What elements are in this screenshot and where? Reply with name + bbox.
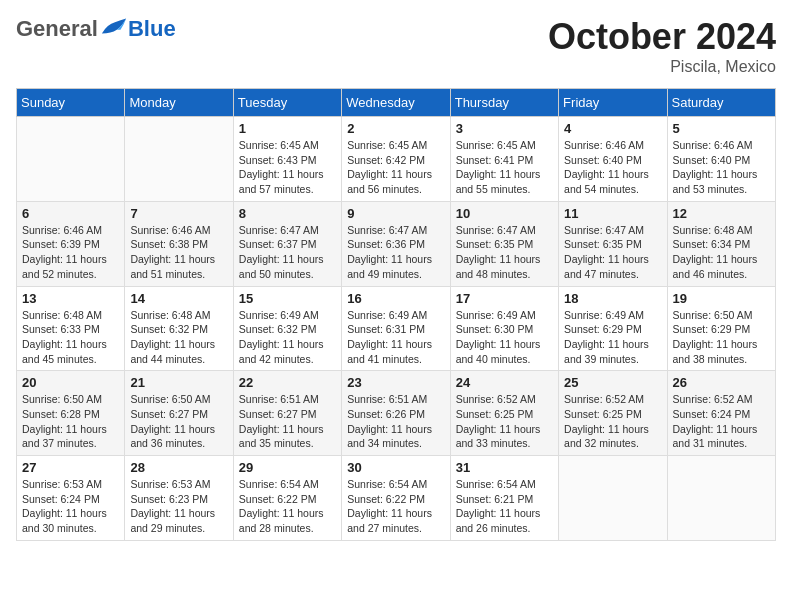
day-cell: 29Sunrise: 6:54 AM Sunset: 6:22 PM Dayli… — [233, 456, 341, 541]
logo: General Blue — [16, 16, 176, 42]
day-number: 12 — [673, 206, 770, 221]
day-cell: 8Sunrise: 6:47 AM Sunset: 6:37 PM Daylig… — [233, 201, 341, 286]
day-info: Sunrise: 6:46 AM Sunset: 6:40 PM Dayligh… — [673, 138, 770, 197]
day-cell: 9Sunrise: 6:47 AM Sunset: 6:36 PM Daylig… — [342, 201, 450, 286]
day-cell: 13Sunrise: 6:48 AM Sunset: 6:33 PM Dayli… — [17, 286, 125, 371]
day-cell: 1Sunrise: 6:45 AM Sunset: 6:43 PM Daylig… — [233, 117, 341, 202]
day-info: Sunrise: 6:53 AM Sunset: 6:23 PM Dayligh… — [130, 477, 227, 536]
logo-blue-text: Blue — [128, 16, 176, 42]
day-number: 4 — [564, 121, 661, 136]
column-header-friday: Friday — [559, 89, 667, 117]
day-info: Sunrise: 6:50 AM Sunset: 6:28 PM Dayligh… — [22, 392, 119, 451]
column-header-wednesday: Wednesday — [342, 89, 450, 117]
calendar-header-row: SundayMondayTuesdayWednesdayThursdayFrid… — [17, 89, 776, 117]
week-row-4: 20Sunrise: 6:50 AM Sunset: 6:28 PM Dayli… — [17, 371, 776, 456]
day-info: Sunrise: 6:54 AM Sunset: 6:22 PM Dayligh… — [239, 477, 336, 536]
day-cell: 17Sunrise: 6:49 AM Sunset: 6:30 PM Dayli… — [450, 286, 558, 371]
day-number: 19 — [673, 291, 770, 306]
day-number: 21 — [130, 375, 227, 390]
day-number: 5 — [673, 121, 770, 136]
day-info: Sunrise: 6:46 AM Sunset: 6:40 PM Dayligh… — [564, 138, 661, 197]
week-row-2: 6Sunrise: 6:46 AM Sunset: 6:39 PM Daylig… — [17, 201, 776, 286]
day-cell: 10Sunrise: 6:47 AM Sunset: 6:35 PM Dayli… — [450, 201, 558, 286]
day-cell: 19Sunrise: 6:50 AM Sunset: 6:29 PM Dayli… — [667, 286, 775, 371]
day-info: Sunrise: 6:53 AM Sunset: 6:24 PM Dayligh… — [22, 477, 119, 536]
day-cell: 22Sunrise: 6:51 AM Sunset: 6:27 PM Dayli… — [233, 371, 341, 456]
day-info: Sunrise: 6:48 AM Sunset: 6:33 PM Dayligh… — [22, 308, 119, 367]
day-cell: 16Sunrise: 6:49 AM Sunset: 6:31 PM Dayli… — [342, 286, 450, 371]
day-cell — [667, 456, 775, 541]
day-number: 31 — [456, 460, 553, 475]
day-info: Sunrise: 6:46 AM Sunset: 6:39 PM Dayligh… — [22, 223, 119, 282]
day-cell: 21Sunrise: 6:50 AM Sunset: 6:27 PM Dayli… — [125, 371, 233, 456]
day-number: 11 — [564, 206, 661, 221]
day-cell: 28Sunrise: 6:53 AM Sunset: 6:23 PM Dayli… — [125, 456, 233, 541]
day-number: 10 — [456, 206, 553, 221]
day-info: Sunrise: 6:51 AM Sunset: 6:26 PM Dayligh… — [347, 392, 444, 451]
day-number: 30 — [347, 460, 444, 475]
day-info: Sunrise: 6:49 AM Sunset: 6:30 PM Dayligh… — [456, 308, 553, 367]
day-number: 22 — [239, 375, 336, 390]
day-cell — [17, 117, 125, 202]
day-number: 13 — [22, 291, 119, 306]
page-header: General Blue October 2024 Piscila, Mexic… — [16, 16, 776, 76]
week-row-5: 27Sunrise: 6:53 AM Sunset: 6:24 PM Dayli… — [17, 456, 776, 541]
day-number: 14 — [130, 291, 227, 306]
day-info: Sunrise: 6:49 AM Sunset: 6:29 PM Dayligh… — [564, 308, 661, 367]
logo-bird-icon — [100, 16, 128, 38]
column-header-monday: Monday — [125, 89, 233, 117]
day-info: Sunrise: 6:47 AM Sunset: 6:35 PM Dayligh… — [456, 223, 553, 282]
week-row-3: 13Sunrise: 6:48 AM Sunset: 6:33 PM Dayli… — [17, 286, 776, 371]
day-cell: 4Sunrise: 6:46 AM Sunset: 6:40 PM Daylig… — [559, 117, 667, 202]
column-header-sunday: Sunday — [17, 89, 125, 117]
day-number: 23 — [347, 375, 444, 390]
day-cell: 30Sunrise: 6:54 AM Sunset: 6:22 PM Dayli… — [342, 456, 450, 541]
day-cell: 14Sunrise: 6:48 AM Sunset: 6:32 PM Dayli… — [125, 286, 233, 371]
day-info: Sunrise: 6:54 AM Sunset: 6:21 PM Dayligh… — [456, 477, 553, 536]
day-cell: 6Sunrise: 6:46 AM Sunset: 6:39 PM Daylig… — [17, 201, 125, 286]
day-number: 27 — [22, 460, 119, 475]
day-cell: 23Sunrise: 6:51 AM Sunset: 6:26 PM Dayli… — [342, 371, 450, 456]
calendar-table: SundayMondayTuesdayWednesdayThursdayFrid… — [16, 88, 776, 541]
day-number: 16 — [347, 291, 444, 306]
location: Piscila, Mexico — [548, 58, 776, 76]
day-cell: 25Sunrise: 6:52 AM Sunset: 6:25 PM Dayli… — [559, 371, 667, 456]
day-number: 17 — [456, 291, 553, 306]
logo-general-text: General — [16, 16, 98, 42]
day-number: 6 — [22, 206, 119, 221]
day-info: Sunrise: 6:47 AM Sunset: 6:37 PM Dayligh… — [239, 223, 336, 282]
day-info: Sunrise: 6:50 AM Sunset: 6:29 PM Dayligh… — [673, 308, 770, 367]
day-info: Sunrise: 6:49 AM Sunset: 6:32 PM Dayligh… — [239, 308, 336, 367]
day-info: Sunrise: 6:45 AM Sunset: 6:43 PM Dayligh… — [239, 138, 336, 197]
day-number: 24 — [456, 375, 553, 390]
day-number: 26 — [673, 375, 770, 390]
day-cell: 7Sunrise: 6:46 AM Sunset: 6:38 PM Daylig… — [125, 201, 233, 286]
month-title: October 2024 — [548, 16, 776, 58]
day-cell — [559, 456, 667, 541]
day-info: Sunrise: 6:48 AM Sunset: 6:32 PM Dayligh… — [130, 308, 227, 367]
day-number: 8 — [239, 206, 336, 221]
day-info: Sunrise: 6:45 AM Sunset: 6:41 PM Dayligh… — [456, 138, 553, 197]
title-block: October 2024 Piscila, Mexico — [548, 16, 776, 76]
day-info: Sunrise: 6:45 AM Sunset: 6:42 PM Dayligh… — [347, 138, 444, 197]
day-cell: 12Sunrise: 6:48 AM Sunset: 6:34 PM Dayli… — [667, 201, 775, 286]
day-info: Sunrise: 6:52 AM Sunset: 6:25 PM Dayligh… — [456, 392, 553, 451]
day-cell: 31Sunrise: 6:54 AM Sunset: 6:21 PM Dayli… — [450, 456, 558, 541]
day-cell: 2Sunrise: 6:45 AM Sunset: 6:42 PM Daylig… — [342, 117, 450, 202]
day-number: 25 — [564, 375, 661, 390]
column-header-saturday: Saturday — [667, 89, 775, 117]
day-info: Sunrise: 6:54 AM Sunset: 6:22 PM Dayligh… — [347, 477, 444, 536]
day-cell: 3Sunrise: 6:45 AM Sunset: 6:41 PM Daylig… — [450, 117, 558, 202]
day-info: Sunrise: 6:52 AM Sunset: 6:25 PM Dayligh… — [564, 392, 661, 451]
day-number: 3 — [456, 121, 553, 136]
day-number: 9 — [347, 206, 444, 221]
day-cell: 26Sunrise: 6:52 AM Sunset: 6:24 PM Dayli… — [667, 371, 775, 456]
day-info: Sunrise: 6:48 AM Sunset: 6:34 PM Dayligh… — [673, 223, 770, 282]
day-info: Sunrise: 6:51 AM Sunset: 6:27 PM Dayligh… — [239, 392, 336, 451]
day-number: 15 — [239, 291, 336, 306]
day-number: 18 — [564, 291, 661, 306]
day-number: 28 — [130, 460, 227, 475]
day-info: Sunrise: 6:50 AM Sunset: 6:27 PM Dayligh… — [130, 392, 227, 451]
day-number: 29 — [239, 460, 336, 475]
day-number: 2 — [347, 121, 444, 136]
